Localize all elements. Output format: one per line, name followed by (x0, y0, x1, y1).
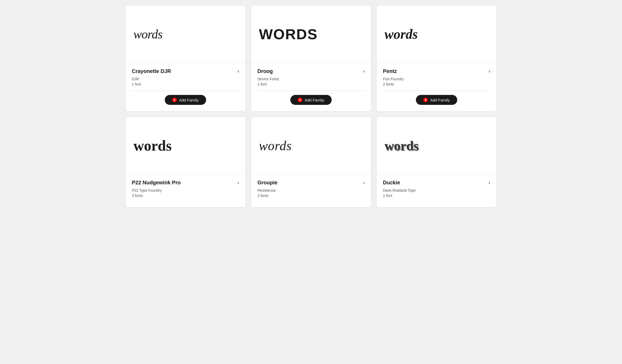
card-name-crayonette-djr: Crayonette DJR (132, 68, 171, 74)
add-family-button-crayonette-djr[interactable]: Add Family (165, 95, 206, 105)
card-font-count-duckie: 1 font (383, 194, 490, 198)
card-name-row-duckie: Duckie › (383, 180, 490, 186)
add-family-button-pentz[interactable]: Add Family (416, 95, 457, 105)
card-foundry-p22-nudgewink-pro: P22 Type Foundry (132, 188, 239, 192)
card-foundry-droog: Device Fonts (257, 77, 365, 81)
card-actions-crayonette-djr: Add Family (132, 95, 239, 106)
preview-text-crayonette-djr: words (133, 28, 162, 41)
card-name-droog: Droog (257, 68, 273, 74)
card-preview-droog: WORDS (251, 5, 371, 63)
card-info-duckie: Duckie › Dave Rowland Type 1 font (377, 174, 496, 207)
card-info-pentz: Pentz › Fort Foundry 2 fonts Add Family (377, 63, 496, 111)
card-preview-pentz: words (377, 5, 496, 63)
card-divider-crayonette-djr (132, 90, 239, 91)
adobe-icon-pentz (423, 98, 428, 102)
font-card-p22-nudgewink-pro[interactable]: words P22 Nudgewink Pro › P22 Type Found… (125, 117, 246, 207)
card-foundry-crayonette-djr: DJR (132, 77, 239, 81)
chevron-right-icon-crayonette-djr[interactable]: › (238, 69, 239, 74)
card-foundry-duckie: Dave Rowland Type (383, 188, 490, 192)
font-card-crayonette-djr[interactable]: words Crayonette DJR › DJR 1 font (125, 5, 246, 111)
adobe-icon-crayonette-djr (172, 98, 177, 102)
card-info-groupie: Groupie › Resistenza 2 fonts (251, 174, 371, 207)
card-name-row-groupie: Groupie › (257, 180, 365, 186)
card-name-duckie: Duckie (383, 180, 400, 186)
font-card-pentz[interactable]: words Pentz › Fort Foundry 2 fonts (376, 5, 497, 111)
card-name-p22-nudgewink-pro: P22 Nudgewink Pro (132, 180, 181, 186)
card-actions-pentz: Add Family (383, 95, 490, 106)
card-info-p22-nudgewink-pro: P22 Nudgewink Pro › P22 Type Foundry 3 f… (126, 174, 245, 207)
card-name-row-p22-nudgewink-pro: P22 Nudgewink Pro › (132, 180, 239, 186)
card-foundry-groupie: Resistenza (257, 188, 365, 192)
preview-text-p22-nudgewink-pro: words (133, 138, 172, 153)
preview-text-droog: WORDS (259, 27, 318, 42)
card-font-count-pentz: 2 fonts (383, 82, 490, 86)
card-preview-crayonette-djr: words (126, 5, 245, 63)
chevron-right-icon-droog[interactable]: › (363, 69, 365, 74)
card-info-droog: Droog › Device Fonts 1 font Add Family (251, 63, 371, 111)
card-name-row-pentz: Pentz › (383, 68, 490, 74)
chevron-right-icon-groupie[interactable]: › (363, 180, 365, 185)
chevron-right-icon-pentz[interactable]: › (489, 69, 490, 74)
preview-text-groupie: words (259, 139, 292, 152)
card-actions-droog: Add Family (257, 95, 365, 106)
card-font-count-p22-nudgewink-pro: 3 fonts (132, 194, 239, 198)
adobe-icon-droog (298, 98, 302, 102)
card-preview-duckie: words (377, 117, 496, 174)
svg-point-4 (423, 98, 428, 102)
card-info-crayonette-djr: Crayonette DJR › DJR 1 font Add Family (126, 63, 245, 111)
card-font-count-crayonette-djr: 1 font (132, 82, 239, 86)
card-preview-p22-nudgewink-pro: words (126, 117, 245, 174)
preview-text-pentz: words (384, 27, 418, 41)
font-card-duckie[interactable]: words Duckie › Dave Rowland Type 1 font (376, 117, 497, 207)
font-card-droog[interactable]: WORDS Droog › Device Fonts 1 font (251, 5, 371, 111)
font-card-groupie[interactable]: words Groupie › Resistenza 2 fonts (251, 117, 371, 207)
svg-point-2 (298, 98, 302, 102)
preview-text-duckie: words (384, 139, 419, 152)
font-grid: words Crayonette DJR › DJR 1 font (125, 5, 497, 207)
card-divider-droog (257, 90, 365, 91)
card-preview-groupie: words (251, 117, 371, 174)
add-family-button-droog[interactable]: Add Family (290, 95, 331, 105)
svg-point-0 (172, 98, 177, 102)
card-font-count-droog: 1 font (257, 82, 365, 86)
card-name-row-droog: Droog › (257, 68, 365, 74)
chevron-right-icon-duckie[interactable]: › (489, 180, 490, 185)
card-divider-pentz (383, 90, 490, 91)
card-foundry-pentz: Fort Foundry (383, 77, 490, 81)
chevron-right-icon-p22-nudgewink-pro[interactable]: › (238, 180, 239, 185)
card-font-count-groupie: 2 fonts (257, 194, 365, 198)
card-name-row-crayonette-djr: Crayonette DJR › (132, 68, 239, 74)
card-name-groupie: Groupie (257, 180, 278, 186)
card-name-pentz: Pentz (383, 68, 397, 74)
